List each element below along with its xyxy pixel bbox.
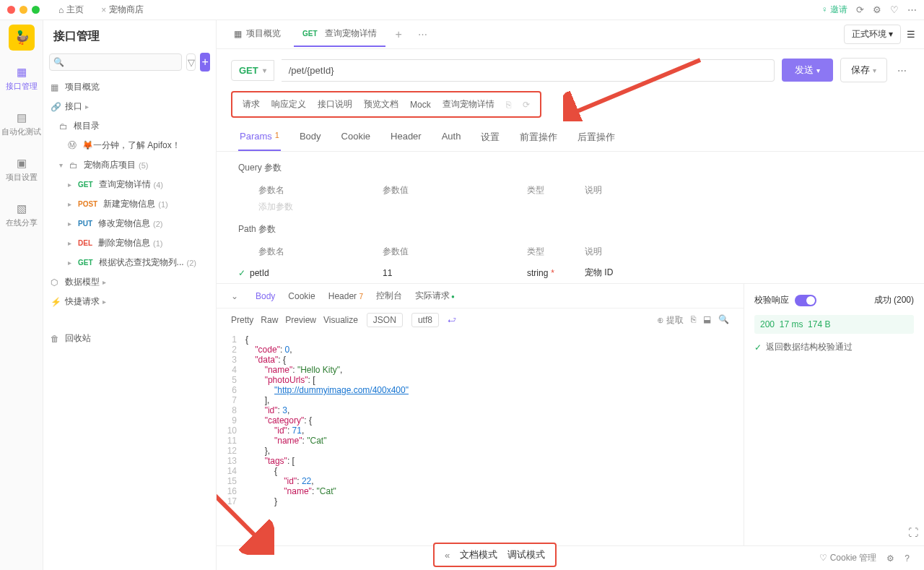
fmt-preview[interactable]: Preview (285, 315, 316, 325)
tree-recycle[interactable]: 🗑 回收站 (43, 329, 216, 348)
send-button[interactable]: 发送 ▾ (782, 59, 833, 82)
help-icon[interactable]: ? (905, 553, 910, 563)
add-query-param[interactable]: 添加参数 (217, 201, 924, 213)
param-val[interactable]: 11 (383, 268, 527, 278)
subtab-name[interactable]: 查询宠物详情 (443, 98, 494, 111)
add-button[interactable]: + (200, 53, 210, 72)
env-select[interactable]: 正式环境 ▾ (844, 25, 901, 44)
url-input[interactable]: /pet/{petId} (282, 59, 775, 82)
path-param-row[interactable]: ✓petId 11 string* 宠物 ID (217, 262, 924, 283)
collapse-icon[interactable]: ⌄ (231, 291, 238, 301)
fmt-visualize[interactable]: Visualize (323, 315, 358, 325)
tree-root-folder[interactable]: 🗀 根目录 (43, 116, 216, 136)
tree-overview[interactable]: ▦ 项目概览 (43, 77, 216, 97)
subtab-request[interactable]: 请求 (243, 98, 260, 111)
refresh-icon[interactable]: ⟳ (856, 4, 864, 15)
tree-project-folder[interactable]: ▾🗀 宠物商店项目 (5) (43, 155, 216, 175)
subtab-preview[interactable]: 预览文档 (364, 98, 398, 111)
rail-autotest[interactable]: ▤自动化测试 (1, 106, 41, 142)
download-icon[interactable]: ⬓ (703, 314, 711, 327)
col-desc: 说明 (585, 246, 902, 258)
filter-button[interactable]: ▽ (186, 53, 196, 71)
save-button[interactable]: 保存 ▾ (840, 58, 887, 82)
code-line: 7 ], (217, 395, 744, 405)
rail-api[interactable]: ▦接口管理 (6, 61, 38, 96)
tree-intro[interactable]: Ⓜ 🦊一分钟，了解 Apifox！ (43, 136, 216, 155)
ptab-cookie[interactable]: Cookie (340, 124, 372, 151)
code-line: 8 "id": 3, (217, 405, 744, 415)
resp-tab-body[interactable]: Body (256, 291, 275, 301)
mode-debug[interactable]: 调试模式 (507, 548, 545, 561)
resp-tab-actual[interactable]: 实际请求● (415, 290, 455, 302)
tree-model[interactable]: ⬡ 数据模型 ▸ (43, 272, 216, 292)
folder-icon: 🗀 (69, 160, 81, 170)
collapse-icon[interactable]: « (445, 550, 450, 561)
tree-quick[interactable]: ⚡ 快捷请求 ▸ (43, 292, 216, 311)
ptab-header[interactable]: Header (389, 124, 423, 151)
tree-api-item[interactable]: ▸GET 根据状态查找宠物列... (2) (43, 253, 216, 272)
chevron-right-icon: ▸ (68, 200, 75, 208)
tab-pet-store[interactable]: × 宠物商店 (95, 4, 149, 16)
col-name: 参数名 (238, 246, 383, 258)
chevron-right-icon: ▸ (68, 239, 75, 247)
tree-api-item[interactable]: ▸POST 新建宠物信息 (1) (43, 194, 216, 214)
status-select[interactable]: 成功 (200) (874, 294, 914, 306)
ptab-post[interactable]: 后置操作 (576, 124, 616, 151)
count-badge: (2) (187, 259, 196, 267)
tree-api-root[interactable]: 🔗 接口 ▸ (43, 97, 216, 116)
format-select[interactable]: JSON (367, 313, 403, 327)
resp-tab-header[interactable]: Header 7 (328, 291, 363, 301)
ptab-auth[interactable]: Auth (440, 124, 463, 151)
zoom-dot[interactable] (32, 6, 40, 14)
menu-icon[interactable]: ☰ (907, 29, 915, 40)
cookie-mgr[interactable]: ♡ Cookie 管理 (819, 552, 876, 564)
run-icon[interactable]: ⟳ (523, 100, 530, 110)
settings-icon[interactable]: ⚙ (886, 553, 894, 563)
encoding-select[interactable]: utf8 (411, 313, 439, 327)
rail-settings[interactable]: ▣项目设置 (6, 152, 38, 187)
ptab-pre[interactable]: 前置操作 (518, 124, 559, 151)
copy-icon[interactable]: ⎘ (506, 100, 511, 110)
minimize-dot[interactable] (19, 6, 27, 14)
extract-button[interactable]: ⊕ 提取 (657, 314, 684, 327)
fmt-pretty[interactable]: Pretty (231, 315, 253, 325)
more-icon[interactable]: ⋯ (907, 4, 917, 15)
gear-icon[interactable]: ⚙ (873, 4, 881, 15)
tree-api-item[interactable]: ▸PUT 修改宠物信息 (2) (43, 214, 216, 233)
subtab-desc[interactable]: 接口说明 (318, 98, 352, 111)
search-input[interactable] (49, 53, 182, 71)
invite-link[interactable]: ♀ 邀请 (821, 4, 847, 16)
subtab-response-def[interactable]: 响应定义 (271, 98, 306, 111)
col-type: 类型 (527, 184, 585, 197)
request-more[interactable]: ⋯ (894, 65, 910, 76)
tab-more[interactable]: ⋯ (412, 29, 433, 40)
tree-api-item[interactable]: ▸DEL 删除宠物信息 (1) (43, 233, 216, 253)
resp-tab-cookie[interactable]: Cookie (288, 291, 315, 301)
close-dot[interactable] (7, 6, 15, 14)
tab-home[interactable]: ⌂ 主页 (53, 4, 90, 16)
ptab-settings[interactable]: 设置 (479, 124, 501, 151)
ptab-params[interactable]: Params 1 (238, 124, 281, 151)
expand-icon[interactable]: ⛶ (908, 527, 918, 538)
mode-doc[interactable]: 文档模式 (460, 548, 497, 561)
close-icon[interactable]: × (101, 5, 106, 15)
method-select[interactable]: GET ▾ (231, 60, 274, 81)
add-tab-button[interactable]: + (390, 28, 408, 41)
bell-icon[interactable]: ♡ (890, 4, 899, 15)
validate-toggle[interactable] (795, 295, 816, 306)
code-line: 3 "data": { (217, 355, 744, 365)
wrap-icon[interactable]: ⮐ (448, 315, 456, 325)
resp-tab-console[interactable]: 控制台 (376, 290, 402, 302)
rail-share[interactable]: ▧在线分享 (6, 197, 38, 233)
ptab-body[interactable]: Body (298, 124, 323, 151)
tab-overview[interactable]: ▦ 项目概览 (225, 22, 289, 47)
tree-api-item[interactable]: ▸GET 查询宠物详情 (4) (43, 175, 216, 194)
search-icon[interactable]: 🔍 (718, 314, 729, 327)
api-icon: ▦ (14, 65, 29, 79)
share-icon: ▧ (14, 202, 29, 216)
subtab-mock[interactable]: Mock (410, 100, 431, 110)
copy-icon[interactable]: ⎘ (691, 314, 696, 327)
fmt-raw[interactable]: Raw (261, 315, 278, 325)
api-name: 根据状态查找宠物列... (99, 256, 184, 269)
tab-active-api[interactable]: GET 查询宠物详情 (294, 22, 385, 47)
